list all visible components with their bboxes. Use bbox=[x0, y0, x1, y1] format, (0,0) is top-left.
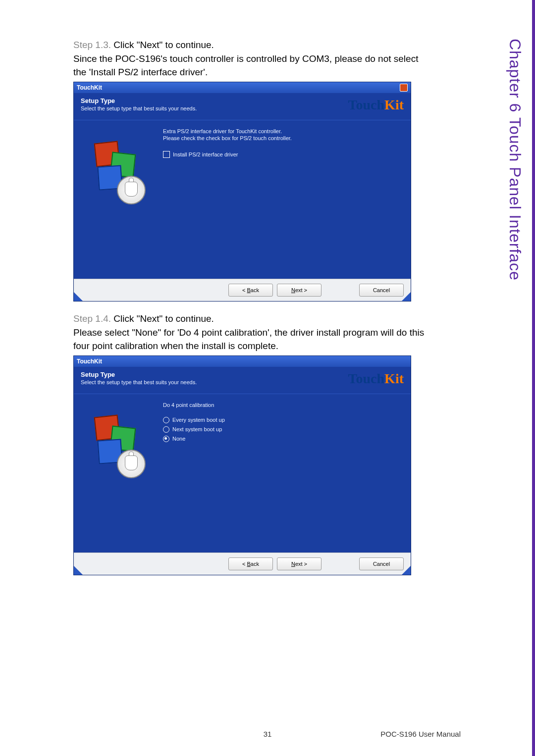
step-1-3-line2b: the 'Install PS/2 interface driver'. bbox=[73, 66, 460, 79]
next-button[interactable]: Next > bbox=[277, 557, 321, 570]
step-1-3-line2a: Since the POC-S196's touch controller is… bbox=[73, 52, 460, 65]
dialog-header: Setup Type Select the setup type that be… bbox=[74, 367, 411, 394]
step-1-4-action: Click "Next" to continue. bbox=[113, 313, 214, 324]
touchkit-dialog-2: TouchKit Setup Type Select the setup typ… bbox=[73, 355, 411, 575]
step-1-4-line1: Step 1.4. Click "Next" to continue. bbox=[73, 312, 460, 325]
touchkit-brand: TouchKit bbox=[348, 371, 404, 387]
calibration-radio-group: Every system boot up Next system boot up… bbox=[163, 417, 401, 442]
side-chapter-title: Chapter 6 Touch Panel Interface bbox=[504, 39, 524, 281]
ps2-checkbox[interactable] bbox=[163, 151, 170, 158]
radio-label: None bbox=[172, 436, 185, 442]
titlebar[interactable]: TouchKit bbox=[74, 82, 411, 93]
brand-part2: Kit bbox=[384, 371, 404, 386]
radio-label: Next system boot up bbox=[172, 426, 222, 432]
close-icon[interactable] bbox=[400, 84, 408, 92]
calibration-heading: Do 4 point calibration bbox=[163, 402, 401, 408]
setup-type-subtitle: Select the setup type that best suits yo… bbox=[81, 105, 348, 111]
step-1-4-prefix: Step 1.4. bbox=[73, 313, 113, 324]
cancel-button[interactable]: Cancel bbox=[359, 284, 404, 297]
radio-none[interactable]: None bbox=[163, 436, 401, 442]
dialog-footer: < Back Next > Cancel bbox=[74, 279, 411, 301]
radio-icon[interactable] bbox=[163, 417, 169, 423]
titlebar-text: TouchKit bbox=[77, 84, 102, 91]
setup-type-title: Setup Type bbox=[81, 97, 348, 104]
next-button[interactable]: Next > bbox=[277, 284, 321, 297]
cancel-button[interactable]: Cancel bbox=[359, 557, 404, 570]
step-1-3-line1: Step 1.3. Click "Next" to continue. bbox=[73, 39, 460, 51]
info-line-2: Please check the check box for PS/2 touc… bbox=[163, 135, 401, 141]
footer-corner-left bbox=[74, 566, 83, 575]
brand-part2: Kit bbox=[384, 97, 404, 112]
ps2-checkbox-row[interactable]: Install PS/2 interface driver bbox=[163, 151, 401, 158]
dialog-side-graphic bbox=[74, 120, 163, 279]
radio-icon-selected[interactable] bbox=[163, 436, 169, 442]
brand-part1: Touch bbox=[348, 97, 384, 112]
step-1-3-action: Click "Next" to continue. bbox=[113, 40, 214, 50]
setup-type-title: Setup Type bbox=[81, 371, 348, 378]
step-1-4-line2a: Please select "None" for 'Do 4 point cal… bbox=[73, 326, 460, 339]
titlebar[interactable]: TouchKit bbox=[74, 356, 411, 367]
brand-part1: Touch bbox=[348, 371, 384, 386]
info-line-1: Extra PS/2 interface driver for TouchKit… bbox=[163, 128, 401, 134]
radio-every-boot[interactable]: Every system boot up bbox=[163, 417, 401, 423]
manual-label: POC-S196 User Manual bbox=[380, 730, 461, 738]
footer-corner-right bbox=[402, 292, 411, 301]
footer-corner-left bbox=[74, 292, 83, 301]
back-button[interactable]: < Back bbox=[228, 557, 273, 570]
step-1-4-line2b: four point calibration when the install … bbox=[73, 340, 460, 353]
back-button[interactable]: < Back bbox=[228, 284, 273, 297]
radio-label: Every system boot up bbox=[172, 417, 225, 423]
touchkit-brand: TouchKit bbox=[348, 97, 404, 113]
wizard-icon bbox=[91, 414, 146, 473]
right-margin-bar bbox=[532, 0, 535, 756]
dialog-side-graphic bbox=[74, 394, 163, 553]
wizard-icon bbox=[91, 140, 146, 200]
dialog-header: Setup Type Select the setup type that be… bbox=[74, 93, 411, 120]
step-1-3-prefix: Step 1.3. bbox=[73, 40, 113, 50]
radio-next-boot[interactable]: Next system boot up bbox=[163, 426, 401, 433]
footer-corner-right bbox=[402, 566, 411, 575]
setup-type-subtitle: Select the setup type that best suits yo… bbox=[81, 379, 348, 385]
ps2-checkbox-label: Install PS/2 interface driver bbox=[173, 151, 238, 157]
dialog-footer: < Back Next > Cancel bbox=[74, 553, 411, 575]
chapter-label: Chapter 6 bbox=[506, 39, 524, 112]
radio-icon[interactable] bbox=[163, 426, 169, 433]
titlebar-text: TouchKit bbox=[77, 358, 102, 365]
section-label: Touch Panel Interface bbox=[506, 117, 524, 281]
touchkit-dialog-1: TouchKit Setup Type Select the setup typ… bbox=[73, 82, 411, 302]
